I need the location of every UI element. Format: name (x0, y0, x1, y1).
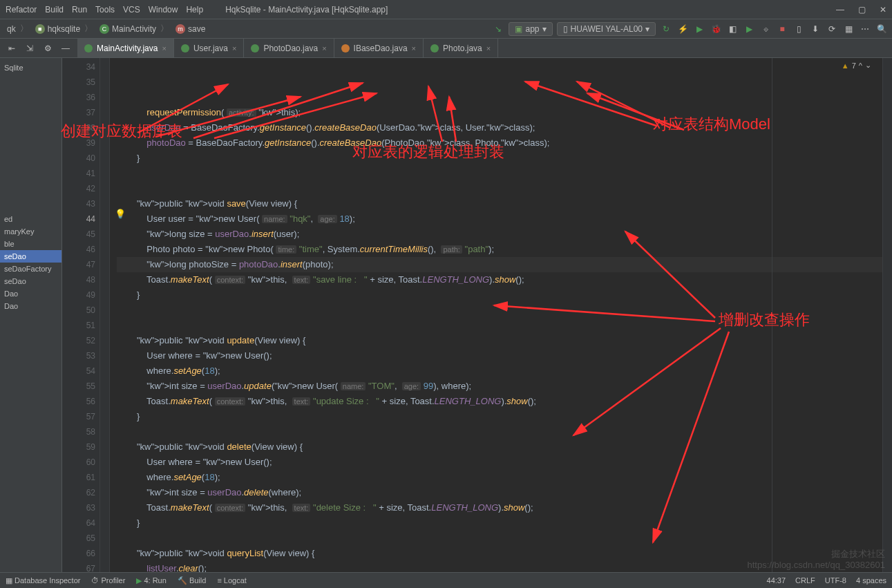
sidebar-item[interactable]: seDao (0, 275, 61, 287)
window-minimize-button[interactable]: — (836, 5, 844, 15)
hide-icon[interactable]: — (59, 42, 72, 55)
right-margin-line (772, 58, 772, 572)
device-selector[interactable]: ▯HUAWEI YAL-AL00▾ (557, 22, 656, 36)
code-editor[interactable]: 3435363738394041424344454647484950515253… (62, 58, 892, 572)
menu-tools[interactable]: Tools (95, 5, 115, 15)
expand-icon[interactable]: ⇲ (23, 42, 36, 55)
menu-run[interactable]: Run (72, 5, 87, 15)
run-button[interactable]: ↻ (660, 23, 672, 35)
close-icon[interactable]: × (322, 44, 326, 53)
menu-window[interactable]: Window (149, 5, 178, 15)
java-class-icon (181, 44, 189, 53)
editor-tabs: MainActivity.java× User.java× PhotoDao.j… (77, 39, 498, 57)
breadcrumb[interactable]: ■hqksqlite〉 (32, 23, 97, 35)
java-class-icon (251, 44, 259, 53)
menu-build[interactable]: Build (45, 5, 64, 15)
sidebar-item[interactable]: Dao (0, 287, 61, 300)
coverage-icon[interactable]: ◧ (726, 23, 739, 35)
sidebar-item[interactable]: ed (0, 213, 61, 225)
project-sidebar[interactable]: Sqlite edmaryKeybleseDaoseDaoFactoryseDa… (0, 58, 62, 572)
breadcrumb[interactable]: qk〉 (4, 23, 32, 35)
debug-icon[interactable]: 🐞 (710, 23, 722, 35)
attach-debugger-icon[interactable]: ⟐ (759, 23, 772, 35)
search-icon[interactable]: 🔍 (875, 23, 888, 35)
sidebar-item[interactable]: seDao (0, 250, 61, 263)
close-icon[interactable]: × (232, 44, 236, 53)
run-tool[interactable]: ▶ 4: Run (136, 576, 166, 585)
build-tool[interactable]: 🔨 Build (178, 576, 207, 585)
run-config-selector[interactable]: ▣app▾ (509, 22, 552, 36)
close-icon[interactable]: × (486, 44, 491, 53)
fold-gutter[interactable] (100, 58, 110, 572)
sdk-manager-icon[interactable]: ⬇ (809, 23, 822, 35)
cursor-position[interactable]: 44:37 (767, 576, 786, 585)
close-icon[interactable]: × (162, 44, 166, 53)
collapse-icon[interactable]: ⇤ (6, 42, 18, 55)
interface-icon (341, 44, 350, 53)
menu-help[interactable]: Help (186, 5, 203, 15)
menu-refactor[interactable]: Refactor (6, 5, 37, 15)
breadcrumb[interactable]: msave (173, 24, 208, 34)
intention-bulb-icon[interactable]: 💡 (115, 209, 126, 219)
sidebar-item[interactable]: maryKey (0, 225, 61, 238)
line-separator[interactable]: CRLF (795, 576, 815, 585)
tab-photo[interactable]: Photo.java× (424, 39, 498, 57)
folder-icon: ■ (35, 24, 45, 34)
gear-icon[interactable]: ⚙ (41, 42, 54, 55)
apply-changes-button[interactable]: ⚡ (676, 23, 689, 35)
java-class-icon (430, 44, 439, 53)
window-close-button[interactable]: ✕ (880, 5, 886, 15)
navigation-bar: qk〉 ■hqksqlite〉 CMainActivity〉 msave ↘ ▣… (0, 19, 892, 39)
menu-vcs[interactable]: VCS (123, 5, 140, 15)
encoding[interactable]: UTF-8 (825, 576, 846, 585)
breadcrumb[interactable]: CMainActivity〉 (97, 23, 173, 35)
tab-ibase-dao[interactable]: IBaseDao.java× (334, 39, 424, 57)
profiler-tool[interactable]: ⏱ Profiler (91, 576, 125, 585)
window-title: HqkSqlite - MainActivity.java [HqkSqlite… (225, 5, 388, 15)
sidebar-header: Sqlite (0, 61, 61, 75)
close-icon[interactable]: × (412, 44, 416, 53)
database-inspector-tool[interactable]: ▦ Database Inspector (6, 576, 80, 585)
logcat-tool[interactable]: ≡ Logcat (217, 576, 247, 585)
avd-manager-icon[interactable]: ▯ (793, 23, 805, 35)
sidebar-item[interactable]: seDaoFactory (0, 263, 61, 275)
sidebar-item[interactable]: Dao (0, 300, 61, 312)
line-number-gutter: 3435363738394041424344454647484950515253… (62, 58, 100, 572)
sidebar-item[interactable]: ble (0, 238, 61, 250)
indent[interactable]: 4 spaces (856, 576, 886, 585)
tab-user[interactable]: User.java× (174, 39, 244, 57)
profile-icon[interactable]: ▶ (743, 23, 755, 35)
menu-bar: Refactor Build Run Tools VCS Window Help… (0, 0, 892, 19)
method-icon: m (175, 24, 185, 34)
stop-button[interactable]: ■ (776, 23, 788, 35)
toolbox-icon[interactable]: ▦ (842, 23, 855, 35)
window-maximize-button[interactable]: ▢ (858, 5, 866, 15)
class-icon: C (99, 24, 109, 34)
tab-photo-dao[interactable]: PhotoDao.java× (244, 39, 334, 57)
run-icon[interactable]: ▶ (693, 23, 705, 35)
sync-icon[interactable]: ⟳ (826, 23, 838, 35)
inspection-widget[interactable]: ▲7^⌄ (842, 61, 871, 70)
error-stripe[interactable] (882, 58, 892, 572)
watermark: 掘金技术社区 https://blog.csdn.net/qq_30382601 (748, 549, 886, 571)
more-icon[interactable]: ⋯ (859, 23, 871, 35)
status-bar: ▦ Database Inspector ⏱ Profiler ▶ 4: Run… (0, 572, 892, 588)
tab-main-activity[interactable]: MainActivity.java× (77, 39, 174, 57)
java-class-icon (84, 44, 93, 53)
warning-icon: ▲ (842, 61, 849, 70)
editor-tabs-bar: ⇤ ⇲ ⚙ — MainActivity.java× User.java× Ph… (0, 39, 892, 58)
make-icon[interactable]: ↘ (492, 23, 504, 35)
code-area[interactable]: requestPermission( activity: "kw">this);… (110, 58, 882, 572)
